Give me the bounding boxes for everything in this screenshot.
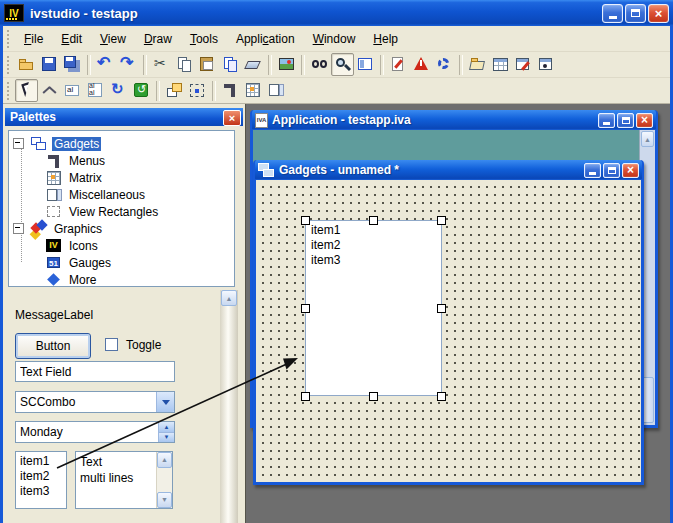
select-button[interactable] bbox=[15, 79, 38, 102]
application-titlebar[interactable]: IVA Application - testapp.iva bbox=[252, 110, 656, 130]
minimize-button[interactable] bbox=[584, 163, 601, 178]
save-button[interactable] bbox=[38, 53, 61, 76]
minimize-button[interactable] bbox=[602, 4, 623, 23]
maximize-button[interactable] bbox=[617, 113, 634, 128]
spinner-sample[interactable]: Monday ▲▼ bbox=[15, 421, 175, 443]
close-button[interactable] bbox=[648, 4, 669, 23]
gadgets-titlebar[interactable]: Gadgets - unnamed * bbox=[255, 160, 642, 180]
open-window-button[interactable] bbox=[466, 53, 489, 76]
palette-scrollbar[interactable]: ▲ bbox=[220, 290, 238, 523]
scroll-up-icon[interactable]: ▲ bbox=[157, 452, 172, 468]
scroll-up-icon[interactable]: ▲ bbox=[221, 290, 237, 306]
close-icon[interactable]: × bbox=[223, 110, 241, 126]
grid-window-button[interactable] bbox=[489, 53, 512, 76]
text-line[interactable]: Text bbox=[80, 454, 168, 470]
menus-tool-button[interactable] bbox=[219, 79, 242, 102]
undo-button[interactable] bbox=[94, 53, 117, 76]
zoom-button[interactable] bbox=[331, 53, 354, 76]
fit-view-button[interactable] bbox=[186, 79, 209, 102]
spin-down-icon[interactable]: ▼ bbox=[158, 432, 174, 443]
refresh-button[interactable] bbox=[130, 79, 153, 102]
text-line[interactable]: multi lines bbox=[80, 470, 168, 486]
toolbar-grip[interactable] bbox=[5, 82, 12, 100]
redo-button[interactable] bbox=[117, 53, 140, 76]
inspector-button[interactable] bbox=[354, 53, 377, 76]
find-button[interactable] bbox=[308, 53, 331, 76]
matrix-tool-button[interactable] bbox=[242, 79, 265, 102]
combo-sample[interactable]: SCCombo bbox=[15, 391, 175, 413]
tree-item-gauges[interactable]: Gauges bbox=[9, 254, 234, 271]
gear-button[interactable] bbox=[433, 53, 456, 76]
cut-button[interactable] bbox=[150, 53, 173, 76]
canvas-list-item[interactable]: item3 bbox=[311, 253, 436, 268]
design-canvas[interactable]: item1item2item3 bbox=[256, 180, 641, 482]
tree-item-icons[interactable]: Icons bbox=[9, 237, 234, 254]
tree-item-gadgets[interactable]: Gadgets bbox=[9, 135, 234, 152]
open-button[interactable] bbox=[15, 53, 38, 76]
eraser-button[interactable] bbox=[242, 53, 265, 76]
canvas-list-item[interactable]: item2 bbox=[311, 238, 436, 253]
canvas-list-item[interactable]: item1 bbox=[311, 223, 436, 238]
close-button[interactable] bbox=[622, 163, 639, 178]
toolbar-grip[interactable] bbox=[5, 56, 12, 74]
paste-button[interactable] bbox=[196, 53, 219, 76]
menubar-grip[interactable] bbox=[5, 30, 12, 48]
selection-handle[interactable] bbox=[437, 216, 446, 225]
selection-handle[interactable] bbox=[369, 392, 378, 401]
selection-handle[interactable] bbox=[437, 392, 446, 401]
menu-view[interactable]: View bbox=[91, 28, 135, 50]
tree-item-graphics[interactable]: Graphics bbox=[9, 220, 234, 237]
rotate-button[interactable] bbox=[107, 79, 130, 102]
copy-button[interactable] bbox=[173, 53, 196, 76]
menu-help[interactable]: Help bbox=[364, 28, 407, 50]
selection-handle[interactable] bbox=[437, 304, 446, 313]
list-item[interactable]: item1 bbox=[20, 454, 62, 469]
maximize-button[interactable] bbox=[603, 163, 620, 178]
list-item[interactable]: item2 bbox=[20, 469, 62, 484]
minimize-button[interactable] bbox=[598, 113, 615, 128]
selection-handle[interactable] bbox=[301, 392, 310, 401]
selection-handle[interactable] bbox=[369, 216, 378, 225]
text-field-sample[interactable] bbox=[15, 361, 175, 382]
note-edit-button[interactable] bbox=[387, 53, 410, 76]
menu-application[interactable]: Application bbox=[227, 28, 304, 50]
menu-edit[interactable]: Edit bbox=[52, 28, 91, 50]
main-titlebar[interactable]: IV ivstudio - testapp bbox=[0, 0, 673, 26]
menu-file[interactable]: File bbox=[15, 28, 52, 50]
warning-button[interactable] bbox=[410, 53, 433, 76]
scroll-down-icon[interactable]: ▼ bbox=[157, 492, 172, 508]
misc-tool-button[interactable] bbox=[265, 79, 288, 102]
canvas-list-widget[interactable]: item1item2item3 bbox=[305, 220, 442, 396]
selection-handle[interactable] bbox=[301, 216, 310, 225]
list-item[interactable]: item3 bbox=[20, 484, 62, 499]
tree-item-view-rectangles[interactable]: View Rectangles bbox=[9, 203, 234, 220]
tree-item-more[interactable]: More bbox=[9, 271, 234, 287]
menu-window[interactable]: Window bbox=[304, 28, 365, 50]
button-sample[interactable]: Button bbox=[15, 333, 91, 359]
menu-draw[interactable]: Draw bbox=[135, 28, 181, 50]
save-all-button[interactable] bbox=[61, 53, 84, 76]
textarea-scrollbar[interactable]: ▲▼ bbox=[156, 452, 172, 508]
labels-button[interactable] bbox=[84, 79, 107, 102]
polyline-button[interactable] bbox=[38, 79, 61, 102]
duplicate-button[interactable] bbox=[219, 53, 242, 76]
spin-up-icon[interactable]: ▲ bbox=[158, 422, 174, 432]
scroll-up-icon[interactable]: ▲ bbox=[641, 131, 654, 147]
chevron-down-icon[interactable] bbox=[156, 392, 174, 412]
list-sample[interactable]: item1item2item3 bbox=[15, 451, 67, 509]
menu-tools[interactable]: Tools bbox=[181, 28, 227, 50]
collapse-toggle-icon[interactable] bbox=[13, 138, 24, 149]
tree-item-matrix[interactable]: Matrix bbox=[9, 169, 234, 186]
palettes-panel-titlebar[interactable]: Palettes bbox=[5, 108, 243, 126]
toggle-checkbox-sample[interactable] bbox=[105, 338, 118, 351]
collapse-toggle-icon[interactable] bbox=[13, 223, 24, 234]
selection-handle[interactable] bbox=[301, 304, 310, 313]
tree-item-menus[interactable]: Menus bbox=[9, 152, 234, 169]
edit-window-button[interactable] bbox=[512, 53, 535, 76]
close-button[interactable] bbox=[636, 113, 653, 128]
image-button[interactable] bbox=[275, 53, 298, 76]
textarea-sample[interactable]: Textmulti lines ▲▼ bbox=[75, 451, 173, 509]
search-window-button[interactable] bbox=[535, 53, 558, 76]
label-button[interactable] bbox=[61, 79, 84, 102]
bring-forward-button[interactable] bbox=[163, 79, 186, 102]
